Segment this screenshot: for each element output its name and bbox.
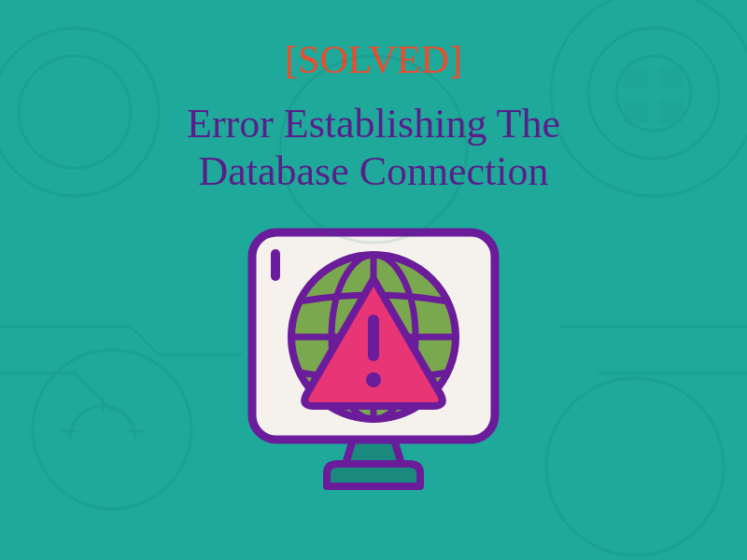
error-title: Error Establishing The Database Connecti…: [187, 101, 560, 195]
svg-rect-18: [368, 315, 379, 361]
svg-point-3: [588, 28, 719, 159]
error-title-line2: Database Connection: [198, 148, 548, 194]
svg-point-6: [546, 378, 724, 555]
monitor-globe-warning-icon: [224, 223, 523, 494]
solved-badge: [SOLVED]: [285, 37, 462, 82]
svg-point-7: [616, 56, 691, 131]
svg-point-19: [366, 372, 381, 387]
svg-point-1: [19, 56, 131, 168]
svg-point-0: [0, 28, 159, 196]
svg-point-5: [33, 350, 191, 509]
svg-rect-12: [271, 249, 280, 281]
error-title-line1: Error Establishing The: [187, 101, 560, 147]
svg-point-2: [551, 0, 747, 196]
